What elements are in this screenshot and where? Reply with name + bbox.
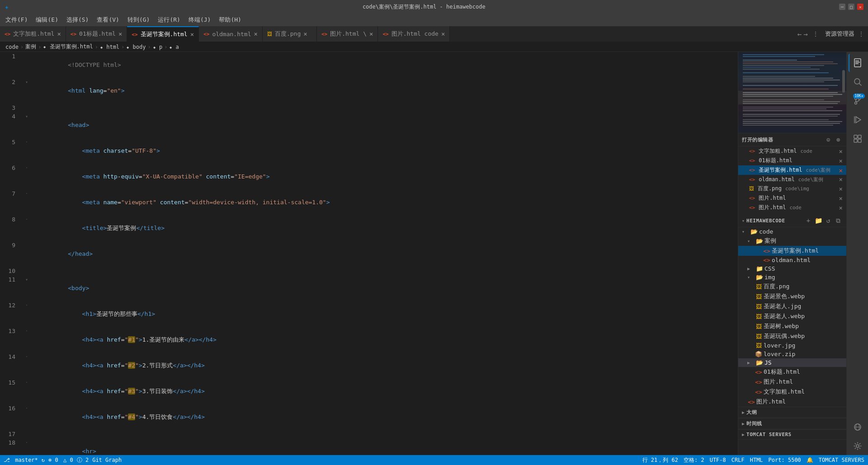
tree-laoren-jpg[interactable]: 🖼 圣诞老人.jpg	[738, 301, 846, 311]
info-item[interactable]: ⓘ 2	[77, 456, 89, 464]
tab-close-btn[interactable]: ×	[190, 31, 194, 38]
resource-manager-btn[interactable]: 资源管理器	[823, 30, 856, 38]
encoding-item[interactable]: UTF-8	[710, 457, 726, 463]
close-editor-btn[interactable]: ×	[839, 176, 843, 183]
tree-js-folder[interactable]: ▶ 📂 JS	[738, 358, 846, 367]
tree-shengdan-html[interactable]: <> 圣诞节案例.html	[738, 246, 846, 256]
activity-extensions-icon[interactable]	[849, 130, 867, 148]
tab-shengdan[interactable]: <> 圣诞节案例.html ×	[127, 26, 199, 42]
activity-remote-icon[interactable]	[849, 418, 867, 436]
activity-search-icon[interactable]	[849, 73, 867, 91]
tree-lover-jpg[interactable]: 🖼 lover.jpg	[738, 341, 846, 350]
open-editor-wenzi[interactable]: <> 文字加粗.html code ×	[738, 146, 846, 156]
tree-oldman-html[interactable]: <> oldman.html	[738, 256, 846, 264]
tree-img-folder[interactable]: ▾ 📂 img	[738, 273, 846, 282]
bc-html[interactable]: ⬥ html	[100, 44, 119, 50]
tab-oldman[interactable]: <> oldman.html ×	[199, 26, 263, 42]
tree-css-folder[interactable]: ▶ 📁 CSS	[738, 264, 846, 273]
close-editor-btn[interactable]: ✕	[839, 167, 843, 174]
tree-laoren-webp[interactable]: 🖼 圣诞老人.webp	[738, 311, 846, 321]
bc-anli[interactable]: 案例	[25, 43, 36, 51]
menu-edit[interactable]: 编辑(E)	[32, 15, 61, 25]
menu-view[interactable]: 查看(V)	[93, 15, 123, 25]
tree-anli[interactable]: ▾ 📂 案例	[738, 236, 846, 246]
tree-wenzi-html-js[interactable]: <> 文字加粗.html	[738, 387, 846, 397]
tab-close-btn[interactable]: ×	[254, 31, 257, 37]
refresh-btn[interactable]: ↺	[824, 216, 833, 225]
open-editor-oldman[interactable]: <> oldman.html code\案例 ×	[738, 175, 846, 184]
tab-tupian2[interactable]: <> 图片.html code ×	[378, 26, 450, 42]
activity-settings-icon[interactable]	[849, 437, 867, 455]
more-icon[interactable]: ⋮	[858, 30, 864, 38]
bc-a[interactable]: ⬥ a	[169, 44, 179, 50]
open-editor-tupian2[interactable]: <> 图片.html code ×	[738, 203, 846, 212]
errors-item[interactable]: ⊗ 0 △ 0	[48, 457, 73, 463]
save-all-btn[interactable]: ⊙	[824, 135, 833, 144]
spaces-item[interactable]: 空格: 2	[684, 456, 704, 464]
menu-terminal[interactable]: 终端(J)	[185, 15, 214, 25]
tab-baidu[interactable]: 🖼 百度.png ×	[263, 26, 317, 42]
tab-close-btn[interactable]: ×	[441, 31, 445, 37]
menu-help[interactable]: 帮助(H)	[215, 15, 245, 25]
minimize-button[interactable]: ─	[839, 4, 845, 10]
activity-explorer-icon[interactable]	[849, 54, 867, 72]
tree-01biaoti-html[interactable]: <> 01标题.html	[738, 367, 846, 377]
tree-tupian-html-js[interactable]: <> 图片.html	[738, 377, 846, 387]
notification-icon[interactable]: 🔔	[807, 457, 813, 463]
bc-body[interactable]: ⬥ body	[126, 44, 146, 50]
tab-close-btn[interactable]: ×	[303, 31, 307, 37]
close-button[interactable]: ✕	[857, 4, 863, 10]
git-graph-item[interactable]: Git Graph	[92, 457, 122, 463]
tree-code-root[interactable]: ▾ 📂 code	[738, 227, 846, 236]
tree-baidu-png[interactable]: 🖼 百度.png	[738, 282, 846, 291]
menu-goto[interactable]: 转到(G)	[124, 15, 153, 25]
close-editor-btn[interactable]: ×	[839, 204, 843, 211]
outline-collapse-icon[interactable]: ▶	[742, 410, 745, 415]
new-file-btn[interactable]: +	[804, 216, 813, 225]
new-folder-btn[interactable]: 📁	[814, 216, 823, 225]
open-editor-biaoti[interactable]: <> 01标题.html ×	[738, 156, 846, 165]
timeline-collapse-icon[interactable]: ▶	[742, 421, 745, 426]
menu-select[interactable]: 选择(S)	[63, 15, 92, 25]
bc-shengdan[interactable]: ⬥ 圣诞节案例.html	[43, 43, 93, 51]
tree-lover-zip[interactable]: 📦 lover.zip	[738, 350, 846, 358]
close-editor-btn[interactable]: ×	[839, 157, 843, 164]
tree-shengdan-webp[interactable]: 🖼 圣诞景色.webp	[738, 291, 846, 301]
tab-tupian1[interactable]: <> 图片.html \ ×	[317, 26, 378, 42]
open-editor-shengdan[interactable]: <> 圣诞节案例.html code\案例 ✕	[738, 165, 846, 175]
bc-p[interactable]: ⬥ p	[153, 44, 162, 50]
tree-tupian-html-root[interactable]: <> 图片.html	[738, 397, 846, 407]
bc-code[interactable]: code	[5, 44, 19, 50]
close-all-btn[interactable]: ⊗	[834, 135, 843, 144]
collapse-all-btn[interactable]: ⧉	[834, 216, 843, 225]
history-back-icon[interactable]: ←	[797, 30, 802, 38]
close-editor-btn[interactable]: ×	[839, 195, 843, 202]
line-ending-item[interactable]: CRLF	[731, 457, 745, 463]
git-branch-item[interactable]: ⎇ master*	[4, 457, 38, 463]
tab-close-btn[interactable]: ×	[57, 31, 61, 37]
tab-close-btn[interactable]: ×	[118, 31, 122, 37]
tomcat-servers-item[interactable]: TOMCAT SERVERS	[819, 457, 864, 463]
menu-run[interactable]: 运行(R)	[154, 15, 184, 25]
editor[interactable]: 1 <!DOCTYPE html> 2 ▾ <html lang="en"> 3	[0, 52, 738, 455]
menu-file[interactable]: 文件(F)	[2, 15, 31, 25]
tree-tree-webp[interactable]: 🖼 圣诞树.webp	[738, 321, 846, 331]
activity-run-icon[interactable]	[849, 111, 867, 129]
line-col-item[interactable]: 行 21，列 62	[642, 456, 678, 464]
tab-close-btn[interactable]: ×	[369, 31, 373, 37]
activity-git-icon[interactable]: 10K+	[849, 92, 867, 110]
port-item[interactable]: Port: 5500	[769, 457, 801, 463]
language-item[interactable]: HTML	[750, 457, 763, 463]
split-editor-icon[interactable]: ⋮	[810, 29, 821, 38]
open-editor-baidu[interactable]: 🖼 百度.png code\img ×	[738, 184, 846, 193]
tab-wenzi[interactable]: <> 文字加粗.html ×	[0, 26, 66, 42]
tree-wandou-webp[interactable]: 🖼 圣诞玩偶.webp	[738, 331, 846, 341]
workspace-collapse-icon[interactable]: ▾	[742, 218, 745, 223]
maximize-button[interactable]: □	[848, 4, 854, 10]
close-editor-btn[interactable]: ×	[839, 185, 843, 193]
history-forward-icon[interactable]: →	[803, 30, 808, 38]
tomcat-collapse-icon[interactable]: ▶	[742, 432, 745, 437]
tab-01biaoti[interactable]: <> 01标题.html ×	[66, 26, 127, 42]
close-editor-btn[interactable]: ×	[839, 148, 843, 155]
sync-item[interactable]: ↻	[42, 457, 45, 463]
